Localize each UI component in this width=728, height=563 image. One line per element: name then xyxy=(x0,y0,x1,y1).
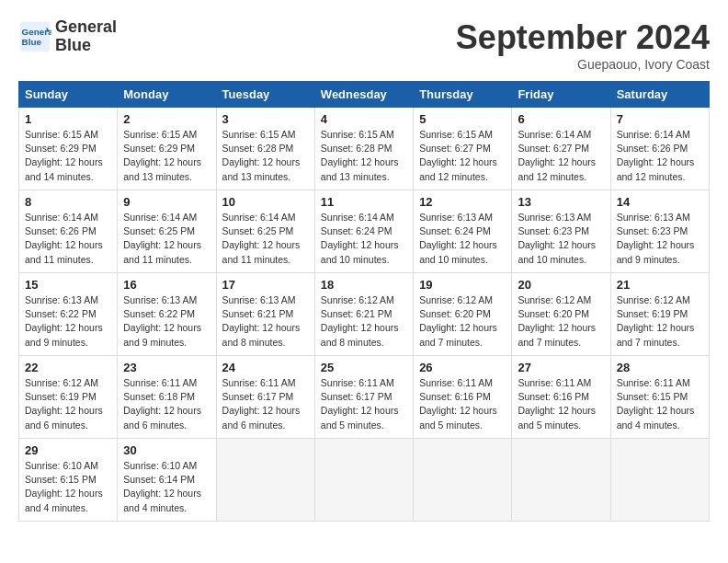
week-row-4: 22Sunrise: 6:12 AMSunset: 6:19 PMDayligh… xyxy=(19,356,710,439)
day-cell-8: 8Sunrise: 6:14 AMSunset: 6:26 PMDaylight… xyxy=(19,190,118,273)
day-cell-4: 4Sunrise: 6:15 AMSunset: 6:28 PMDaylight… xyxy=(314,108,413,190)
day-info: Sunrise: 6:13 AMSunset: 6:24 PMDaylight:… xyxy=(419,211,506,267)
day-info: Sunrise: 6:11 AMSunset: 6:17 PMDaylight:… xyxy=(222,376,309,432)
day-cell-19: 19Sunrise: 6:12 AMSunset: 6:20 PMDayligh… xyxy=(414,273,512,356)
day-cell-13: 13Sunrise: 6:13 AMSunset: 6:23 PMDayligh… xyxy=(512,190,610,273)
day-info: Sunrise: 6:12 AMSunset: 6:19 PMDaylight:… xyxy=(25,376,111,432)
header-monday: Monday xyxy=(118,82,216,108)
day-number: 12 xyxy=(419,195,506,209)
day-cell-12: 12Sunrise: 6:13 AMSunset: 6:24 PMDayligh… xyxy=(414,190,512,273)
day-cell-17: 17Sunrise: 6:13 AMSunset: 6:21 PMDayligh… xyxy=(216,273,314,356)
day-number: 16 xyxy=(123,278,210,292)
header-friday: Friday xyxy=(512,82,610,108)
day-cell-28: 28Sunrise: 6:11 AMSunset: 6:15 PMDayligh… xyxy=(610,356,709,439)
logo-icon: General Blue xyxy=(18,20,51,53)
day-cell-26: 26Sunrise: 6:11 AMSunset: 6:16 PMDayligh… xyxy=(414,356,512,439)
day-cell-1: 1Sunrise: 6:15 AMSunset: 6:29 PMDaylight… xyxy=(19,108,118,190)
day-number: 10 xyxy=(222,195,309,209)
day-info: Sunrise: 6:12 AMSunset: 6:19 PMDaylight:… xyxy=(617,293,703,350)
calendar-body: 1Sunrise: 6:15 AMSunset: 6:29 PMDaylight… xyxy=(19,108,710,522)
day-info: Sunrise: 6:13 AMSunset: 6:23 PMDaylight:… xyxy=(518,211,604,267)
day-cell-30: 30Sunrise: 6:10 AMSunset: 6:14 PMDayligh… xyxy=(118,439,216,522)
day-info: Sunrise: 6:15 AMSunset: 6:27 PMDaylight:… xyxy=(419,128,506,184)
day-number: 2 xyxy=(123,112,210,126)
week-row-2: 8Sunrise: 6:14 AMSunset: 6:26 PMDaylight… xyxy=(19,190,710,273)
day-cell-24: 24Sunrise: 6:11 AMSunset: 6:17 PMDayligh… xyxy=(216,356,314,439)
header-saturday: Saturday xyxy=(610,82,709,108)
day-number: 26 xyxy=(419,361,506,374)
empty-cell xyxy=(314,439,413,522)
week-row-1: 1Sunrise: 6:15 AMSunset: 6:29 PMDaylight… xyxy=(19,108,710,190)
day-info: Sunrise: 6:11 AMSunset: 6:17 PMDaylight:… xyxy=(321,376,407,432)
header-tuesday: Tuesday xyxy=(216,82,314,108)
day-number: 11 xyxy=(321,195,407,209)
day-info: Sunrise: 6:15 AMSunset: 6:29 PMDaylight:… xyxy=(25,128,111,184)
empty-cell xyxy=(512,439,610,522)
day-info: Sunrise: 6:14 AMSunset: 6:27 PMDaylight:… xyxy=(518,128,604,184)
day-number: 1 xyxy=(25,112,111,126)
day-number: 22 xyxy=(25,361,111,374)
day-info: Sunrise: 6:14 AMSunset: 6:26 PMDaylight:… xyxy=(617,128,703,184)
day-info: Sunrise: 6:11 AMSunset: 6:15 PMDaylight:… xyxy=(617,376,703,432)
svg-text:Blue: Blue xyxy=(22,37,42,47)
day-number: 18 xyxy=(321,278,407,292)
day-cell-7: 7Sunrise: 6:14 AMSunset: 6:26 PMDaylight… xyxy=(610,108,709,190)
day-info: Sunrise: 6:12 AMSunset: 6:21 PMDaylight:… xyxy=(321,293,407,350)
day-number: 8 xyxy=(25,195,111,209)
day-info: Sunrise: 6:14 AMSunset: 6:25 PMDaylight:… xyxy=(123,211,210,267)
day-info: Sunrise: 6:14 AMSunset: 6:24 PMDaylight:… xyxy=(321,211,407,267)
day-cell-2: 2Sunrise: 6:15 AMSunset: 6:29 PMDaylight… xyxy=(118,108,216,190)
day-number: 28 xyxy=(617,361,703,374)
day-number: 14 xyxy=(617,195,703,209)
week-row-3: 15Sunrise: 6:13 AMSunset: 6:22 PMDayligh… xyxy=(19,273,710,356)
day-cell-5: 5Sunrise: 6:15 AMSunset: 6:27 PMDaylight… xyxy=(414,108,512,190)
logo: General Blue General Blue xyxy=(18,18,117,55)
day-number: 17 xyxy=(222,278,309,292)
day-cell-6: 6Sunrise: 6:14 AMSunset: 6:27 PMDaylight… xyxy=(512,108,610,190)
day-cell-22: 22Sunrise: 6:12 AMSunset: 6:19 PMDayligh… xyxy=(19,356,118,439)
day-cell-20: 20Sunrise: 6:12 AMSunset: 6:20 PMDayligh… xyxy=(512,273,610,356)
day-number: 5 xyxy=(419,112,506,126)
day-cell-14: 14Sunrise: 6:13 AMSunset: 6:23 PMDayligh… xyxy=(610,190,709,273)
day-number: 4 xyxy=(321,112,407,126)
day-info: Sunrise: 6:10 AMSunset: 6:14 PMDaylight:… xyxy=(123,459,210,515)
day-number: 20 xyxy=(518,278,604,292)
day-number: 21 xyxy=(617,278,703,292)
day-number: 29 xyxy=(25,443,111,457)
day-info: Sunrise: 6:13 AMSunset: 6:22 PMDaylight:… xyxy=(123,293,210,350)
day-cell-9: 9Sunrise: 6:14 AMSunset: 6:25 PMDaylight… xyxy=(118,190,216,273)
week-row-5: 29Sunrise: 6:10 AMSunset: 6:15 PMDayligh… xyxy=(19,439,710,522)
header-wednesday: Wednesday xyxy=(314,82,413,108)
header-sunday: Sunday xyxy=(19,82,118,108)
day-number: 7 xyxy=(617,112,703,126)
empty-cell xyxy=(610,439,709,522)
day-number: 13 xyxy=(518,195,604,209)
empty-cell xyxy=(414,439,512,522)
day-info: Sunrise: 6:12 AMSunset: 6:20 PMDaylight:… xyxy=(419,293,506,350)
day-number: 3 xyxy=(222,112,309,126)
day-number: 24 xyxy=(222,361,309,374)
day-info: Sunrise: 6:10 AMSunset: 6:15 PMDaylight:… xyxy=(25,459,111,515)
weekday-header-row: Sunday Monday Tuesday Wednesday Thursday… xyxy=(19,82,710,108)
day-cell-15: 15Sunrise: 6:13 AMSunset: 6:22 PMDayligh… xyxy=(19,273,118,356)
day-cell-29: 29Sunrise: 6:10 AMSunset: 6:15 PMDayligh… xyxy=(19,439,118,522)
day-cell-16: 16Sunrise: 6:13 AMSunset: 6:22 PMDayligh… xyxy=(118,273,216,356)
day-cell-23: 23Sunrise: 6:11 AMSunset: 6:18 PMDayligh… xyxy=(118,356,216,439)
header-thursday: Thursday xyxy=(414,82,512,108)
day-info: Sunrise: 6:15 AMSunset: 6:29 PMDaylight:… xyxy=(123,128,210,184)
day-info: Sunrise: 6:14 AMSunset: 6:26 PMDaylight:… xyxy=(25,211,111,267)
day-info: Sunrise: 6:11 AMSunset: 6:16 PMDaylight:… xyxy=(419,376,506,432)
logo-text: General Blue xyxy=(55,18,117,55)
day-cell-3: 3Sunrise: 6:15 AMSunset: 6:28 PMDaylight… xyxy=(216,108,314,190)
day-cell-10: 10Sunrise: 6:14 AMSunset: 6:25 PMDayligh… xyxy=(216,190,314,273)
day-number: 27 xyxy=(518,361,604,374)
page-header: General Blue General Blue September 2024… xyxy=(18,18,710,72)
day-info: Sunrise: 6:11 AMSunset: 6:18 PMDaylight:… xyxy=(123,376,210,432)
day-info: Sunrise: 6:13 AMSunset: 6:21 PMDaylight:… xyxy=(222,293,309,350)
day-cell-11: 11Sunrise: 6:14 AMSunset: 6:24 PMDayligh… xyxy=(314,190,413,273)
day-number: 6 xyxy=(518,112,604,126)
day-number: 15 xyxy=(25,278,111,292)
title-area: September 2024 Guepaouo, Ivory Coast xyxy=(456,18,710,72)
day-number: 19 xyxy=(419,278,506,292)
day-cell-25: 25Sunrise: 6:11 AMSunset: 6:17 PMDayligh… xyxy=(314,356,413,439)
